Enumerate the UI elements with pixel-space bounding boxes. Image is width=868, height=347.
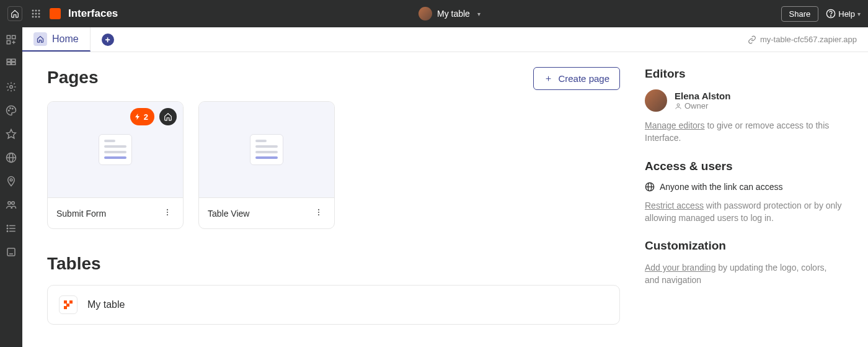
tab-label: Home <box>52 34 79 45</box>
create-page-button[interactable]: ＋ Create page <box>533 67 620 90</box>
share-button[interactable]: Share <box>781 6 819 22</box>
page-card-title: Submit Form <box>56 209 106 219</box>
chevron-down-icon: ▾ <box>857 11 861 17</box>
rail-archive-icon[interactable] <box>5 246 17 258</box>
editor-item: Elena Alston Owner <box>645 89 843 112</box>
svg-point-0 <box>32 10 34 12</box>
app-switcher-icon[interactable] <box>30 7 42 20</box>
rail-users-icon[interactable] <box>5 199 17 211</box>
svg-point-36 <box>167 209 168 210</box>
doc-thumbnail-icon <box>99 134 132 165</box>
svg-point-41 <box>318 214 319 215</box>
home-page-badge[interactable] <box>159 108 177 125</box>
public-url[interactable]: my-table-cfc567.zapier.app <box>748 27 868 52</box>
table-name: My table <box>87 299 125 310</box>
page-card-preview <box>199 102 334 198</box>
left-rail <box>0 27 22 347</box>
page-card[interactable]: Table View <box>198 101 335 229</box>
svg-rect-13 <box>7 41 10 44</box>
svg-point-10 <box>831 16 831 16</box>
rail-globe-icon[interactable] <box>5 151 17 164</box>
svg-point-21 <box>12 108 14 109</box>
table-row[interactable]: My table <box>47 285 620 325</box>
more-menu-button[interactable] <box>161 205 174 221</box>
badge-count: 2 <box>144 112 148 122</box>
svg-point-19 <box>9 110 10 111</box>
svg-point-38 <box>167 214 168 215</box>
home-icon[interactable] <box>7 6 22 21</box>
more-menu-button[interactable] <box>312 205 326 221</box>
tabbar: Home + my-table-cfc567.zapier.app <box>22 27 868 52</box>
add-branding-link[interactable]: Add your branding <box>645 263 715 273</box>
svg-rect-45 <box>64 306 67 309</box>
editor-name: Elena Alston <box>675 91 730 101</box>
public-url-text: my-table-cfc567.zapier.app <box>760 35 857 44</box>
rail-list-icon[interactable] <box>5 222 17 235</box>
svg-point-39 <box>318 209 319 210</box>
zap-count-badge[interactable]: 2 <box>130 108 154 125</box>
svg-rect-16 <box>7 63 11 65</box>
avatar <box>418 7 432 20</box>
page-card-preview: 2 <box>48 102 183 198</box>
svg-point-4 <box>35 13 37 15</box>
svg-rect-14 <box>7 59 11 61</box>
svg-point-8 <box>38 16 40 18</box>
access-status-text: Anyone with the link can access <box>660 182 782 192</box>
svg-point-26 <box>8 202 11 205</box>
avatar <box>645 89 667 112</box>
add-tab-button[interactable]: + <box>91 27 125 52</box>
zapier-logo-icon <box>50 8 61 19</box>
customization-heading: Customization <box>645 239 843 253</box>
svg-point-7 <box>35 16 37 18</box>
rail-components-icon[interactable] <box>5 34 17 46</box>
svg-rect-15 <box>12 59 16 61</box>
svg-point-20 <box>10 108 11 109</box>
svg-rect-43 <box>69 300 73 304</box>
svg-point-33 <box>7 231 8 232</box>
svg-point-31 <box>7 225 8 227</box>
plus-icon: + <box>102 34 114 46</box>
rail-settings-icon[interactable] <box>5 81 17 93</box>
svg-marker-22 <box>7 130 16 138</box>
tables-heading: Tables <box>47 254 620 274</box>
svg-rect-17 <box>12 63 16 65</box>
svg-point-6 <box>32 16 34 18</box>
page-card-title: Table View <box>208 209 249 219</box>
workspace-name: My table <box>437 9 470 19</box>
svg-rect-11 <box>7 35 10 38</box>
page-card[interactable]: 2 <box>47 101 184 229</box>
svg-point-25 <box>10 179 12 181</box>
rail-blocks-icon[interactable] <box>5 57 17 70</box>
svg-point-46 <box>677 104 680 106</box>
restrict-access-link[interactable]: Restrict access <box>645 201 704 210</box>
rail-theme-icon[interactable] <box>5 104 17 117</box>
svg-point-32 <box>7 228 8 229</box>
svg-point-37 <box>167 212 168 213</box>
svg-point-3 <box>32 13 34 15</box>
pages-heading: Pages <box>47 68 99 88</box>
plus-icon: ＋ <box>544 73 553 84</box>
help-label: Help <box>838 9 855 19</box>
svg-point-5 <box>38 13 40 15</box>
rail-pin-icon[interactable] <box>5 175 17 187</box>
rail-star-icon[interactable] <box>5 128 17 140</box>
workspace-switcher[interactable]: My table ▾ <box>118 7 781 20</box>
editors-heading: Editors <box>645 67 843 81</box>
create-page-label: Create page <box>558 73 609 84</box>
svg-rect-12 <box>12 35 16 38</box>
svg-point-40 <box>318 212 319 213</box>
manage-editors-link[interactable]: Manage editors <box>645 120 705 130</box>
svg-point-1 <box>35 10 37 12</box>
svg-point-27 <box>12 202 15 205</box>
topbar: Interfaces My table ▾ Share Help ▾ <box>0 0 868 27</box>
help-button[interactable]: Help ▾ <box>826 9 861 19</box>
access-heading: Access & users <box>645 160 843 173</box>
app-title: Interfaces <box>68 7 118 20</box>
doc-thumbnail-icon <box>250 134 283 165</box>
home-icon <box>33 32 47 46</box>
table-icon <box>59 295 78 314</box>
svg-point-2 <box>38 10 40 12</box>
svg-point-18 <box>10 86 13 89</box>
access-status: Anyone with the link can access <box>645 182 843 192</box>
tab-home[interactable]: Home <box>22 27 91 52</box>
